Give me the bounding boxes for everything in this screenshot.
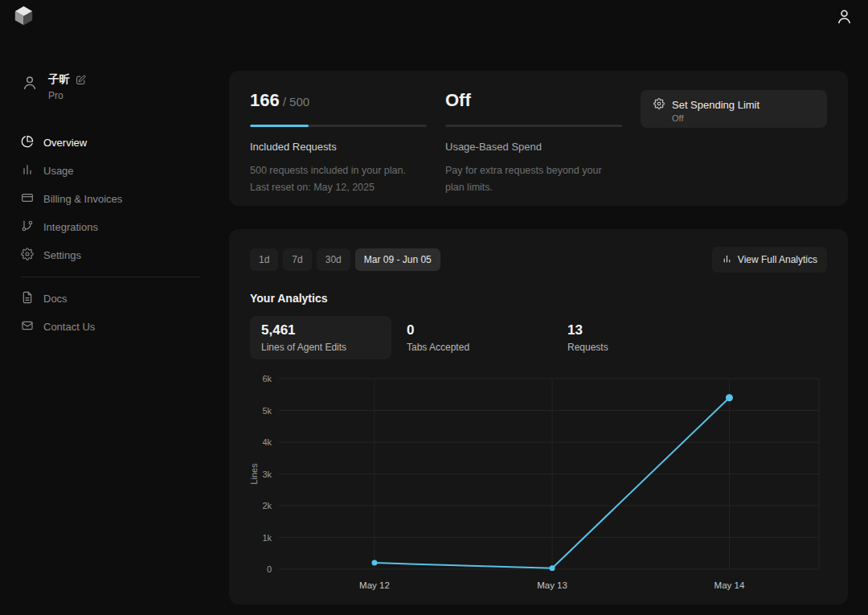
git-branch-icon (21, 219, 34, 235)
included-requests-block: 166/ 500 Included Requests 500 requests … (250, 90, 445, 187)
sidebar-nav: Overview Usage Billing & Invoices (21, 129, 229, 341)
sidebar-item-overview[interactable]: Overview (21, 129, 229, 157)
edit-profile-icon[interactable] (76, 75, 86, 85)
usage-based-desc: Pay for extra requests beyond your plan … (445, 162, 618, 197)
stat-lines-of-agent-edits[interactable]: 5,461 Lines of Agent Edits (250, 316, 391, 359)
stat-tabs-accepted[interactable]: 0 Tabs Accepted (407, 316, 548, 359)
top-bar (0, 0, 868, 35)
sidebar-item-integrations[interactable]: Integrations (21, 213, 229, 241)
pie-chart-icon (21, 135, 34, 150)
included-progress-fill (250, 125, 309, 127)
account-icon[interactable] (835, 7, 854, 29)
bar-chart-icon (722, 253, 732, 266)
usage-based-value: Off (445, 90, 641, 111)
filter-7d-button[interactable]: 7d (283, 248, 311, 271)
document-icon (21, 291, 34, 306)
chart-area: 01k2k3k4k5k6kMay 12May 13May 14Lines (250, 371, 827, 596)
analytics-chart: 01k2k3k4k5k6kMay 12May 13May 14Lines (250, 371, 827, 596)
sidebar-item-label: Docs (43, 293, 68, 305)
analytics-card: 1d 7d 30d Mar 09 - Jun 05 View Full Anal… (229, 229, 848, 605)
filter-1d-button[interactable]: 1d (250, 248, 278, 271)
analytics-stats-row: 5,461 Lines of Agent Edits 0 Tabs Accept… (250, 316, 827, 359)
svg-text:May 14: May 14 (714, 580, 745, 590)
view-full-analytics-button[interactable]: View Full Analytics (712, 247, 827, 273)
sidebar: 子昕 Pro Overview (0, 72, 229, 341)
usage-based-block: Off Usage-Based Spend Pay for extra requ… (445, 90, 641, 187)
gear-icon (653, 98, 665, 112)
sidebar-item-label: Overview (43, 137, 87, 149)
time-filter-row: 1d 7d 30d Mar 09 - Jun 05 View Full Anal… (250, 247, 827, 273)
sidebar-item-contact[interactable]: Contact Us (21, 313, 229, 341)
credit-card-icon (21, 191, 34, 207)
sidebar-item-billing[interactable]: Billing & Invoices (21, 185, 229, 213)
sidebar-item-docs[interactable]: Docs (21, 285, 229, 313)
svg-text:3k: 3k (262, 469, 272, 479)
set-spending-limit-label: Set Spending Limit (672, 99, 760, 111)
usage-based-progress-track (445, 125, 622, 127)
svg-text:1k: 1k (262, 533, 272, 543)
main-content: 166/ 500 Included Requests 500 requests … (229, 71, 848, 605)
sidebar-divider (21, 277, 200, 277)
cursor-logo-icon[interactable] (13, 5, 35, 30)
user-profile: 子昕 Pro (21, 72, 229, 101)
bar-chart-icon (21, 163, 34, 178)
sidebar-item-label: Settings (43, 249, 81, 261)
gear-icon (21, 248, 34, 263)
svg-text:2k: 2k (262, 501, 272, 510)
user-name: 子昕 (48, 72, 70, 87)
user-plan-badge: Pro (48, 90, 86, 101)
included-requests-value: 166 (250, 90, 280, 110)
included-requests-label: Included Requests (250, 141, 445, 153)
svg-text:May 13: May 13 (537, 580, 567, 590)
sidebar-item-label: Contact Us (43, 321, 95, 333)
svg-text:5k: 5k (262, 406, 272, 416)
stat-requests[interactable]: 13 Requests (567, 316, 709, 359)
envelope-icon (21, 319, 34, 334)
included-requests-desc: 500 requests included in your plan. Last… (250, 162, 445, 197)
included-progress-track (250, 125, 427, 127)
svg-text:Lines: Lines (250, 463, 259, 485)
svg-text:4k: 4k (262, 437, 272, 447)
set-spending-limit-button[interactable]: Set Spending Limit Off (641, 90, 827, 128)
user-avatar-icon (21, 74, 39, 95)
svg-text:6k: 6k (262, 374, 272, 383)
sidebar-item-settings[interactable]: Settings (21, 241, 229, 269)
usage-summary-card: 166/ 500 Included Requests 500 requests … (229, 71, 848, 206)
sidebar-item-label: Usage (43, 165, 74, 177)
filter-30d-button[interactable]: 30d (317, 248, 350, 271)
included-requests-total: / 500 (283, 95, 309, 109)
app-window: 子昕 Pro Overview (0, 0, 868, 615)
sidebar-item-label: Billing & Invoices (43, 193, 122, 205)
sidebar-item-label: Integrations (43, 221, 98, 233)
svg-text:0: 0 (267, 564, 272, 574)
spending-limit-status: Off (672, 113, 814, 123)
analytics-title: Your Analytics (250, 292, 827, 305)
usage-based-label: Usage-Based Spend (445, 141, 641, 153)
sidebar-item-usage[interactable]: Usage (21, 157, 229, 185)
svg-text:May 12: May 12 (359, 580, 390, 590)
date-range-button[interactable]: Mar 09 - Jun 05 (355, 248, 440, 271)
